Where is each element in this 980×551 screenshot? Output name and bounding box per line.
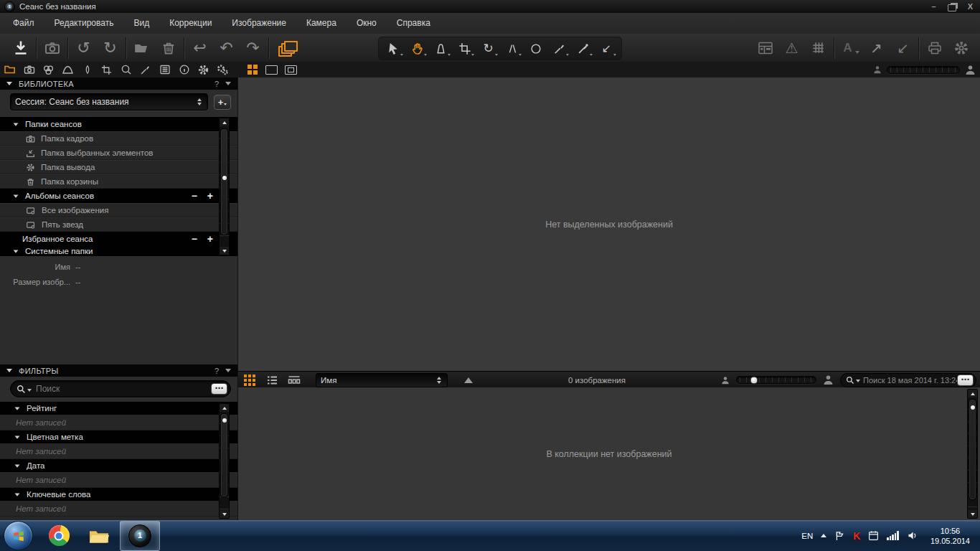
rotate-tool-button[interactable]: ↻ [476,39,500,58]
add-album-button[interactable]: + [207,190,213,202]
hidden-icons-button[interactable] [821,534,826,537]
remove-album-button[interactable]: − [192,190,197,202]
undo-button[interactable]: ↩ [187,37,213,60]
taskbar-explorer-button[interactable] [80,522,118,550]
tab-details[interactable] [116,62,136,77]
filters-panel-header[interactable]: ФИЛЬТРЫ ? [0,364,237,377]
ellipse-tool-button[interactable] [524,39,547,58]
chevron-down-icon[interactable] [225,369,231,372]
menu-edit[interactable]: Редактировать [44,13,124,34]
network-signal-icon[interactable] [887,531,899,540]
library-item-capture-folder[interactable]: Папка кадров [0,131,237,146]
filter-group-date[interactable]: Дата [0,459,237,472]
tab-info[interactable] [174,62,194,77]
copy-adjustments-button[interactable] [271,37,298,60]
print-button[interactable] [921,37,948,60]
adjustments-clipboard-button[interactable] [752,37,778,60]
spinner-icon[interactable] [435,377,443,384]
filters-scrollbar[interactable] [219,403,230,519]
scroll-up-arrow[interactable] [220,404,229,412]
search-more-button[interactable]: ⋯ [957,375,974,386]
filters-help-button[interactable]: ? [215,367,219,375]
scroll-up-arrow[interactable] [968,390,977,397]
menu-help[interactable]: Справка [387,13,440,34]
add-collection-button[interactable]: + [214,95,231,110]
search-options-icon[interactable] [856,380,860,382]
brush-tool-button[interactable] [547,39,571,58]
filter-group-color-tag[interactable]: Цветная метка [0,430,237,443]
select-tool-button[interactable] [382,39,405,58]
view-single-button[interactable] [262,62,281,77]
zoom-out-button[interactable]: ↙ [890,37,916,60]
sort-field-select[interactable]: Имя [316,373,448,387]
library-item-all-images[interactable]: Все изображения [0,203,237,217]
slider-thumb[interactable] [750,376,758,384]
library-item-trash-folder[interactable]: Папка корзины [0,174,237,189]
menu-file[interactable]: Файл [3,13,44,34]
taskbar-capture-one-button[interactable]: 1 [120,521,160,551]
collapse-icon[interactable] [14,194,19,197]
scrollbar-thumb[interactable] [220,413,228,497]
crop-tool-button[interactable] [453,39,476,58]
capture-button[interactable] [39,37,65,60]
eyedropper-tool-button[interactable] [571,39,595,58]
language-indicator[interactable]: EN [801,532,813,540]
tab-output[interactable] [194,62,213,77]
collapse-icon[interactable] [15,435,20,438]
tab-capture[interactable] [19,62,39,77]
rotate-left-button[interactable]: ↺ [70,37,97,60]
close-button[interactable]: X [968,2,973,11]
taskbar-chrome-button[interactable] [39,522,78,550]
menu-camera[interactable]: Камера [296,13,347,34]
filter-group-rating[interactable]: Рейтинг [0,402,237,415]
collapse-icon[interactable] [15,464,20,467]
add-favorite-button[interactable]: + [207,233,213,245]
view-grid-button[interactable] [242,62,262,77]
menu-adjustments[interactable]: Коррекции [159,13,222,34]
browser-scrollbar[interactable] [967,389,978,519]
browser-zoom-slider[interactable] [736,376,816,384]
browser-list-view-button[interactable] [264,374,280,387]
collapse-icon[interactable] [15,493,20,496]
library-help-button[interactable]: ? [215,80,219,88]
open-folder-button[interactable] [128,37,155,60]
library-group-session-favorites[interactable]: Избранное сеанса − + [0,232,237,246]
settings-button[interactable] [948,37,974,60]
remove-favorite-button[interactable]: − [192,233,197,245]
tab-lens[interactable] [77,62,97,77]
speaker-icon[interactable] [907,530,918,541]
sort-direction-icon[interactable] [464,377,473,383]
search-more-button[interactable]: ⋯ [211,383,227,395]
spinner-icon[interactable] [196,98,203,105]
library-scrollbar[interactable] [219,118,230,255]
annotations-button[interactable]: A [837,37,863,60]
exposure-warning-button[interactable]: ⚠ [778,37,805,60]
forward-button[interactable]: ↷ [240,37,266,60]
filter-group-keywords[interactable]: Ключевые слова [0,488,237,501]
search-options-icon[interactable] [27,389,32,392]
tab-exposure[interactable] [58,62,77,77]
import-button[interactable] [7,37,34,60]
tab-color[interactable] [39,62,58,77]
view-proof-button[interactable] [281,62,301,77]
scroll-down-arrow[interactable] [220,510,229,518]
chevron-down-icon[interactable] [225,82,231,85]
browser-filmstrip-view-button[interactable] [286,374,302,387]
action-center-flag-icon[interactable] [834,530,845,541]
pan-tool-button[interactable] [405,39,429,58]
library-group-session-folders[interactable]: Папки сеансов [0,117,237,131]
tab-adjustments[interactable] [136,62,155,77]
menu-image[interactable]: Изображение [222,13,296,34]
library-panel-header[interactable]: БИБЛИОТЕКА ? [0,77,237,90]
scroll-down-arrow[interactable] [968,510,977,518]
trash-button[interactable] [155,37,182,60]
collapse-icon[interactable] [14,250,19,253]
tab-batch[interactable] [213,62,232,77]
tab-metadata[interactable] [155,62,174,77]
library-item-selects-folder[interactable]: Папка выбранных элементов [0,146,237,160]
filters-search-input[interactable]: Поиск ⋯ [10,380,231,397]
scrollbar-thumb[interactable] [969,399,976,500]
tab-crop[interactable] [97,62,116,77]
start-button[interactable] [4,521,33,550]
zoom-in-button[interactable]: ↗ [863,37,890,60]
